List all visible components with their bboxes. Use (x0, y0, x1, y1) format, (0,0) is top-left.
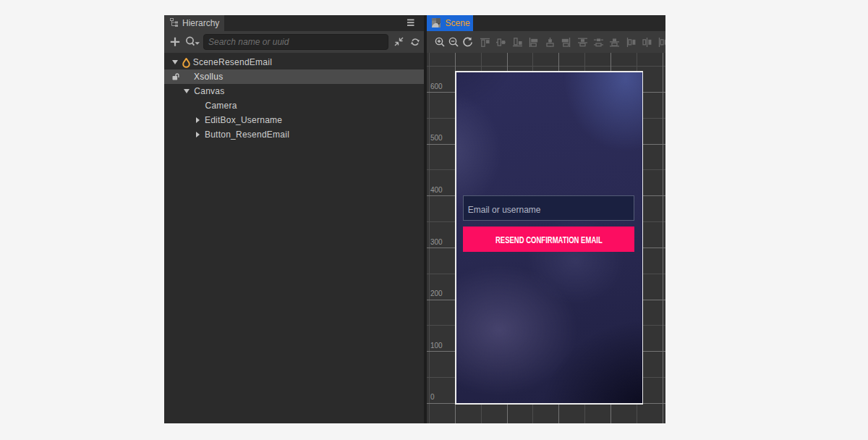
svg-text:600: 600 (430, 82, 443, 90)
svg-text:500: 500 (430, 134, 443, 142)
svg-text:200: 200 (430, 289, 443, 297)
svg-text:100: 100 (430, 342, 443, 350)
svg-text:400: 400 (430, 186, 443, 194)
svg-text:0: 0 (430, 393, 435, 401)
svg-text:300: 300 (430, 238, 443, 246)
